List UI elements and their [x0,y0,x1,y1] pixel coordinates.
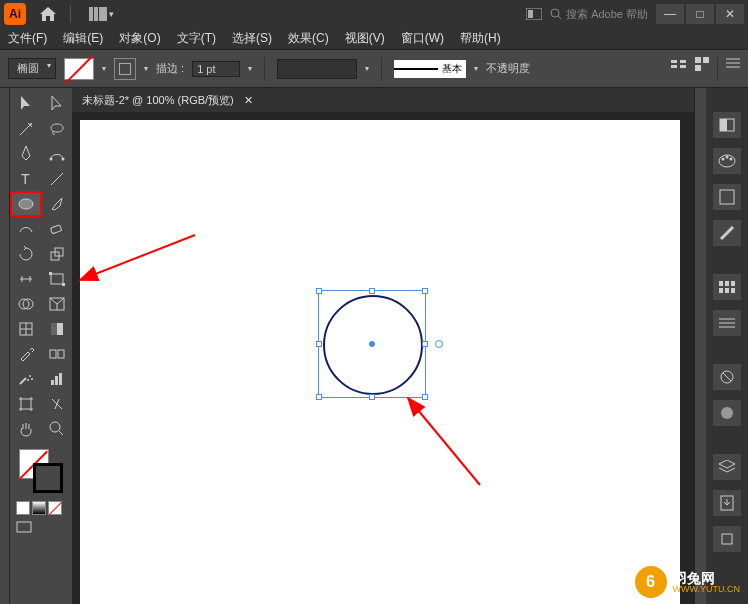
symbol-sprayer-tool[interactable] [11,367,41,391]
arrange-dropdown-icon[interactable]: ▾ [109,9,114,19]
selection-tool[interactable] [11,92,41,116]
menu-effect[interactable]: 效果(C) [288,30,329,47]
graphic-styles-icon[interactable] [713,364,741,390]
close-tab-icon[interactable]: ✕ [244,94,253,107]
transform-panel-icon[interactable] [695,57,709,81]
line-tool[interactable] [42,167,72,191]
hand-tool[interactable] [11,417,41,441]
canvas[interactable] [80,120,680,604]
watermark-url: WWW.YUTU.CN [673,585,741,594]
left-strip [0,88,10,604]
screen-mode-icon[interactable] [16,521,72,535]
artboard-tool[interactable] [11,392,41,416]
menu-select[interactable]: 选择(S) [232,30,272,47]
slice-tool[interactable] [42,392,72,416]
selection-box[interactable] [318,290,426,398]
eyedropper-tool[interactable] [11,342,41,366]
curvature-tool[interactable] [42,142,72,166]
arrange-docs-icon[interactable] [89,7,107,21]
column-graph-tool[interactable] [42,367,72,391]
brush-dropdown-icon[interactable]: ▾ [365,64,369,73]
document-tab[interactable]: 未标题-2* @ 100% (RGB/预览) ✕ [72,88,694,112]
svg-rect-50 [731,281,735,286]
resize-handle-ne[interactable] [422,288,428,294]
svg-point-33 [27,379,29,381]
opacity-label[interactable]: 不透明度 [486,61,530,76]
symbols-panel-icon[interactable] [713,274,741,300]
zoom-tool[interactable] [42,417,72,441]
minimize-button[interactable]: — [656,4,684,24]
menu-file[interactable]: 文件(F) [8,30,47,47]
rotate-tool[interactable] [11,242,41,266]
stroke-swatch[interactable] [114,58,136,80]
resize-handle-n[interactable] [369,288,375,294]
resize-handle-nw[interactable] [316,288,322,294]
paintbrush-tool[interactable] [42,192,72,216]
mesh-tool[interactable] [11,317,41,341]
svg-rect-42 [720,119,727,131]
type-tool[interactable]: T [11,167,41,191]
resize-handle-sw[interactable] [316,394,322,400]
appearance-panel-icon[interactable] [713,400,741,426]
shape-builder-tool[interactable] [11,292,41,316]
home-icon[interactable] [40,7,56,21]
direct-selection-tool[interactable] [42,92,72,116]
fill-swatch[interactable] [64,58,94,80]
panel-menu-icon[interactable] [726,57,740,81]
artboards-panel-icon[interactable] [713,526,741,552]
resize-handle-e[interactable] [422,341,428,347]
layers-panel-icon[interactable] [713,454,741,480]
stroke-color[interactable] [33,463,63,493]
scale-tool[interactable] [42,242,72,266]
svg-rect-29 [51,323,57,335]
swatches-panel-icon[interactable] [713,184,741,210]
fill-dropdown-icon[interactable]: ▾ [102,64,106,73]
brush-definition[interactable] [277,59,357,79]
fill-stroke-control[interactable] [19,449,63,493]
ellipse-tool[interactable] [11,192,41,216]
gradient-swatch[interactable] [32,501,46,515]
stroke-panel-icon[interactable] [713,310,741,336]
style-dropdown-icon[interactable]: ▾ [474,64,478,73]
bridge-icon[interactable] [526,8,542,20]
search-box[interactable]: 搜索 Adobe 帮助 [550,7,648,22]
width-tool[interactable] [11,267,41,291]
stroke-weight-input[interactable] [192,61,240,77]
perspective-tool[interactable] [42,292,72,316]
graphic-style[interactable]: 基本 [394,60,466,78]
lasso-tool[interactable] [42,117,72,141]
color-swatch[interactable] [16,501,30,515]
align-panel-icon[interactable] [671,57,687,81]
stroke-dropdown-chevron[interactable]: ▾ [248,64,252,73]
menu-edit[interactable]: 编辑(E) [63,30,103,47]
blend-tool[interactable] [42,342,72,366]
watermark-logo-icon: 6 [635,566,667,598]
free-transform-tool[interactable] [42,267,72,291]
none-swatch[interactable] [48,501,62,515]
svg-rect-18 [50,225,61,234]
svg-rect-10 [695,57,701,63]
menu-object[interactable]: 对象(O) [119,30,160,47]
resize-handle-s[interactable] [369,394,375,400]
gradient-tool[interactable] [42,317,72,341]
menu-type[interactable]: 文字(T) [177,30,216,47]
resize-handle-w[interactable] [316,341,322,347]
pen-tool[interactable] [11,142,41,166]
eraser-tool[interactable] [42,217,72,241]
stroke-dropdown-icon[interactable]: ▾ [144,64,148,73]
menu-view[interactable]: 视图(V) [345,30,385,47]
color-panel-icon[interactable] [713,148,741,174]
close-button[interactable]: ✕ [716,4,744,24]
pie-handle[interactable] [435,340,443,348]
menu-help[interactable]: 帮助(H) [460,30,501,47]
asset-export-icon[interactable] [713,490,741,516]
resize-handle-se[interactable] [422,394,428,400]
brushes-panel-icon[interactable] [713,220,741,246]
svg-rect-0 [89,7,93,21]
menu-window[interactable]: 窗口(W) [401,30,444,47]
shape-type-dropdown[interactable]: 椭圆 [8,58,56,79]
magic-wand-tool[interactable] [11,117,41,141]
maximize-button[interactable]: □ [686,4,714,24]
libraries-panel-icon[interactable] [713,112,741,138]
shaper-tool[interactable] [11,217,41,241]
